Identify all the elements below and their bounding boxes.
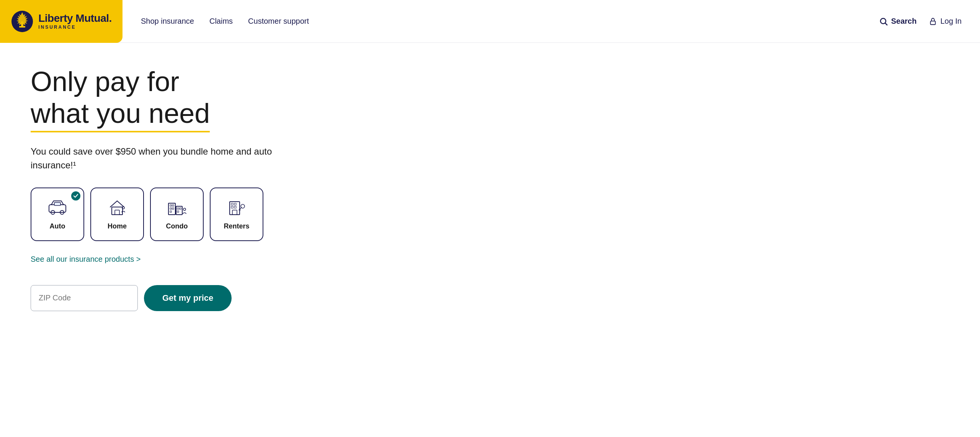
svg-rect-21	[177, 208, 179, 209]
logo-area[interactable]: Liberty Mutual. INSURANCE	[0, 0, 122, 43]
lock-icon	[929, 17, 937, 26]
svg-rect-27	[234, 203, 236, 205]
check-icon	[73, 193, 78, 199]
hero-section: Only pay for what you need You could sav…	[0, 43, 306, 334]
login-label: Log In	[940, 17, 962, 26]
svg-rect-28	[231, 206, 233, 208]
svg-rect-15	[170, 205, 172, 206]
svg-rect-19	[170, 211, 172, 212]
auto-icon	[47, 198, 67, 218]
login-button[interactable]: Log In	[929, 17, 962, 26]
search-label: Search	[891, 17, 917, 26]
insurance-card-condo[interactable]: Condo	[150, 188, 204, 241]
hero-subtitle: You could save over $950 when you bundle…	[31, 145, 306, 172]
liberty-mutual-logo-icon	[11, 10, 34, 33]
renters-icon	[227, 198, 247, 218]
svg-rect-6	[931, 21, 936, 24]
svg-rect-30	[232, 210, 237, 215]
cta-row: Get my price	[31, 285, 306, 311]
condo-icon	[167, 198, 187, 218]
logo-tagline: INSURANCE	[38, 24, 76, 30]
svg-rect-14	[168, 203, 175, 215]
svg-rect-22	[180, 208, 181, 209]
search-icon	[879, 17, 888, 26]
svg-rect-11	[112, 207, 122, 215]
svg-point-4	[880, 18, 886, 24]
auto-card-label: Auto	[50, 222, 65, 230]
condo-card-label: Condo	[166, 222, 188, 230]
insurance-card-renters[interactable]: Renters	[210, 188, 263, 241]
get-price-button[interactable]: Get my price	[144, 285, 232, 311]
svg-rect-16	[172, 205, 174, 206]
insurance-type-cards: Auto Home	[31, 188, 306, 241]
main-nav: Shop insurance Claims Customer support S…	[122, 17, 962, 26]
search-button[interactable]: Search	[879, 17, 917, 26]
svg-rect-26	[231, 203, 233, 205]
svg-rect-3	[19, 26, 25, 28]
selected-check-badge	[71, 191, 80, 201]
see-all-products-link[interactable]: See all our insurance products >	[31, 255, 140, 264]
svg-rect-29	[234, 206, 236, 208]
hero-title: Only pay for what you need	[31, 66, 306, 132]
svg-rect-18	[172, 208, 174, 209]
svg-rect-12	[115, 210, 119, 215]
zip-code-input[interactable]	[31, 285, 138, 311]
home-card-label: Home	[108, 222, 127, 230]
home-icon	[107, 198, 127, 218]
site-header: Liberty Mutual. INSURANCE Shop insurance…	[0, 0, 980, 43]
svg-line-5	[885, 23, 887, 25]
insurance-card-home[interactable]: Home	[90, 188, 144, 241]
svg-rect-23	[177, 211, 179, 212]
insurance-card-auto[interactable]: Auto	[31, 188, 84, 241]
svg-rect-10	[54, 202, 60, 205]
nav-customer-support[interactable]: Customer support	[248, 17, 309, 26]
svg-rect-20	[176, 206, 182, 215]
svg-point-24	[183, 208, 186, 210]
hero-title-underlined: what you need	[31, 98, 210, 132]
nav-right-actions: Search Log In	[879, 17, 962, 26]
renters-card-label: Renters	[224, 222, 249, 230]
logo-company-name: Liberty Mutual.	[38, 13, 112, 24]
nav-shop-insurance[interactable]: Shop insurance	[141, 17, 194, 26]
svg-rect-17	[170, 208, 172, 209]
nav-claims[interactable]: Claims	[209, 17, 233, 26]
